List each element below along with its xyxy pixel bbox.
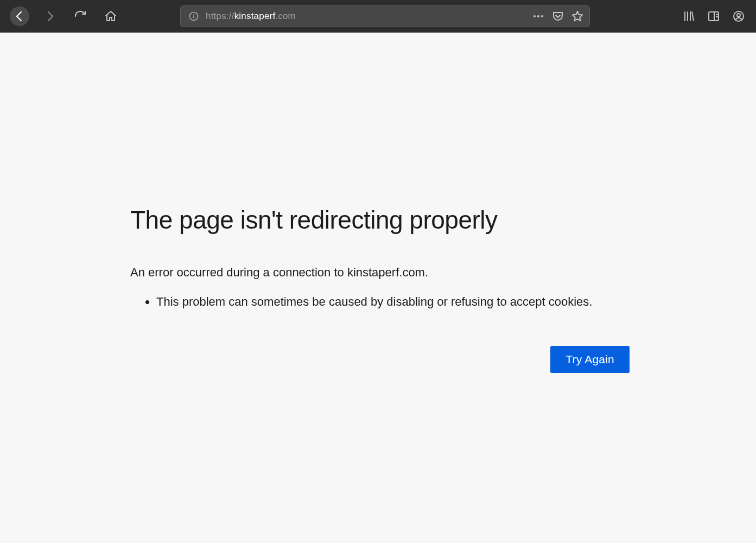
sidebar-icon[interactable] <box>706 9 721 24</box>
error-actions: Try Again <box>130 346 630 373</box>
account-icon[interactable] <box>731 9 746 24</box>
error-message: An error occurred during a connection to… <box>130 266 630 280</box>
error-detail-list: This problem can sometimes be caused by … <box>130 294 630 311</box>
svg-point-16 <box>737 14 740 17</box>
svg-marker-6 <box>573 11 582 21</box>
back-button[interactable] <box>10 7 29 26</box>
site-info-icon[interactable] <box>186 11 201 22</box>
svg-point-4 <box>537 15 539 17</box>
url-tld: .com <box>275 11 296 21</box>
home-button[interactable] <box>101 7 120 26</box>
toolbar-right-icons <box>681 9 749 24</box>
svg-line-10 <box>692 12 694 21</box>
error-container: The page isn't redirecting properly An e… <box>130 206 630 373</box>
reload-button[interactable] <box>71 7 90 26</box>
address-bar[interactable]: https://kinstaperf.com <box>180 5 590 27</box>
nav-buttons <box>10 7 120 26</box>
error-detail-item: This problem can sometimes be caused by … <box>156 294 630 311</box>
error-title: The page isn't redirecting properly <box>130 206 630 234</box>
library-icon[interactable] <box>681 9 696 24</box>
page-actions-icon[interactable] <box>532 10 545 23</box>
addressbar-actions <box>532 10 584 23</box>
pocket-icon[interactable] <box>551 10 564 23</box>
url-text[interactable]: https://kinstaperf.com <box>201 11 532 22</box>
bookmark-star-icon[interactable] <box>571 10 584 23</box>
page-content: The page isn't redirecting properly An e… <box>0 33 756 543</box>
try-again-button[interactable]: Try Again <box>550 346 630 373</box>
forward-button[interactable] <box>40 7 60 26</box>
url-host: kinstaperf <box>234 11 276 21</box>
svg-point-5 <box>541 15 543 17</box>
svg-point-3 <box>533 15 536 17</box>
url-scheme: https:// <box>206 11 234 21</box>
browser-toolbar: https://kinstaperf.com <box>0 0 756 33</box>
